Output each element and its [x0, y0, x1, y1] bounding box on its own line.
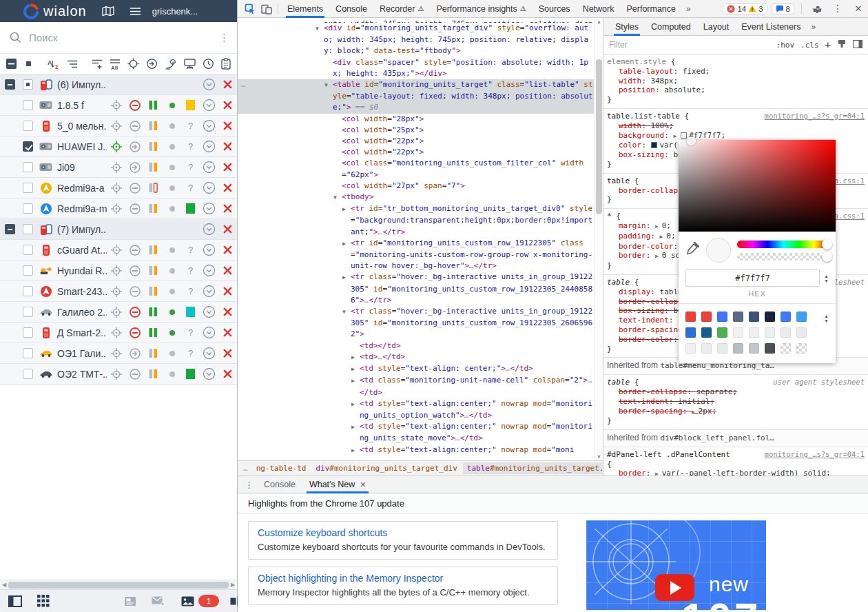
unit-checkbox[interactable]: [23, 348, 33, 358]
dom-tree-node[interactable]: <col width="28px">: [238, 114, 594, 125]
dom-tree-node[interactable]: <td></td>: [238, 340, 594, 351]
palette-color-swatch[interactable]: [733, 312, 743, 322]
palette-color-swatch[interactable]: [701, 327, 712, 338]
dom-tree-node[interactable]: <col class="monitoring_units_custom_filt…: [238, 158, 594, 180]
dom-tree-scrollbar[interactable]: ▲ ▼: [594, 18, 603, 460]
unit-row[interactable]: Д Smart-2...?: [0, 323, 237, 343]
scroll-right-arrow[interactable]: ▶: [229, 582, 236, 588]
expand-icon[interactable]: ▶: [351, 399, 360, 410]
wialon-logo[interactable]: wialon: [23, 3, 87, 19]
locate-icon[interactable]: [107, 99, 125, 112]
expand-icon[interactable]: ▶: [351, 422, 360, 433]
row-menu-button[interactable]: [200, 367, 218, 380]
expand-icon[interactable]: ▶: [351, 376, 360, 387]
rule-selector[interactable]: #dPanel-left .dPanelContent: [607, 450, 730, 459]
dom-tree-node[interactable]: ▶<td style="text-align:center;" nowrap m…: [238, 445, 594, 456]
sidebar-layout-icon[interactable]: [853, 39, 862, 51]
user-label[interactable]: grischenk...: [152, 6, 198, 17]
palette-color-swatch[interactable]: [685, 343, 696, 354]
more-sidebar-tabs-button[interactable]: »: [807, 22, 820, 32]
menu-burger-icon[interactable]: [130, 7, 141, 16]
device-toolbar-icon[interactable]: [258, 1, 275, 17]
dom-tree-node[interactable]: ▼<tbody>: [238, 192, 594, 203]
whats-new-card[interactable]: Customize keyboard shortcutsCustomize ke…: [248, 521, 558, 560]
palette-color-swatch[interactable]: [781, 343, 791, 354]
connection-state-icon[interactable]: [125, 182, 144, 194]
settings-gear-icon[interactable]: [809, 1, 825, 17]
group-row[interactable]: (7) Импул...: [0, 219, 237, 240]
dom-tree-node[interactable]: <col width="22px">: [238, 147, 594, 158]
panel-layout-icon[interactable]: [8, 595, 22, 607]
palette-color-swatch[interactable]: [765, 312, 775, 322]
more-tabs-button[interactable]: »: [682, 4, 695, 14]
drawer-menu-icon[interactable]: ⋮: [245, 483, 253, 487]
dom-tree-node[interactable]: ▶<tr id="monitoring_units_custom_row_191…: [238, 238, 594, 272]
stylesheet-source-link[interactable]: monitoring_…s?s_gr=04:1: [765, 450, 865, 460]
color-picker[interactable]: #f7f7f7 ▲▼ HEX ▲▼: [679, 140, 836, 363]
dom-tree-node[interactable]: ▶<tr id="tr_bottom_monitoring_units_targ…: [238, 203, 594, 238]
send-mail-icon[interactable]: [152, 595, 166, 606]
tab-styles[interactable]: Styles: [609, 18, 645, 36]
palette-color-swatch[interactable]: [765, 327, 775, 338]
expand-icon[interactable]: ▶: [351, 364, 360, 375]
remove-row-button[interactable]: [218, 204, 237, 213]
list-view-button[interactable]: [67, 57, 78, 71]
row-menu-button[interactable]: [200, 243, 218, 256]
locate-icon[interactable]: [107, 244, 125, 256]
unit-checkbox[interactable]: [23, 369, 33, 379]
add-units-button[interactable]: [92, 57, 103, 71]
row-menu-button[interactable]: [200, 161, 218, 174]
palette-color-swatch[interactable]: [733, 343, 743, 354]
group-select-checkbox[interactable]: [23, 79, 33, 90]
remove-row-button[interactable]: [218, 121, 237, 130]
palette-color-swatch[interactable]: [796, 343, 807, 354]
dom-tree-node[interactable]: <div class="spacer" style="position: abs…: [238, 57, 594, 79]
connection-state-icon[interactable]: [125, 99, 144, 112]
row-menu-button[interactable]: [200, 99, 218, 112]
dom-tree-node[interactable]: ▶<td>…</td>: [238, 351, 594, 363]
unit-row[interactable]: Галилео 2...: [0, 302, 237, 323]
palette-color-swatch[interactable]: [781, 312, 791, 322]
dom-tree-node[interactable]: ▶<td class="monitoring-unit-name-cell" c…: [238, 375, 594, 398]
deselect-all-button[interactable]: [6, 57, 17, 71]
tab-console[interactable]: Console: [329, 0, 373, 18]
css-property[interactable]: border-collapse: separate;: [607, 387, 865, 397]
card-title-link[interactable]: Object highlighting in the Memory Inspec…: [258, 573, 548, 584]
collapse-icon[interactable]: ▼: [333, 192, 342, 203]
unit-checkbox[interactable]: [23, 203, 33, 214]
sort-az-button[interactable]: Az: [48, 57, 60, 71]
connection-state-icon[interactable]: [125, 141, 144, 153]
locate-icon[interactable]: [107, 182, 125, 194]
unit-name[interactable]: cGuard At...: [55, 245, 107, 256]
scroll-left-arrow[interactable]: ◀: [1, 582, 8, 588]
horizontal-scrollbar[interactable]: ◀ ▶: [0, 580, 237, 589]
scrollbar-thumb[interactable]: [596, 59, 602, 214]
palette-color-swatch[interactable]: [701, 312, 712, 322]
close-devtools-icon[interactable]: ✕: [850, 1, 867, 17]
search-input[interactable]: Поиск: [29, 32, 211, 43]
unit-checkbox[interactable]: [23, 162, 33, 172]
tab-performance-insights[interactable]: Performance insights ⚠: [430, 0, 532, 18]
unit-row[interactable]: Redmi9a-a?: [0, 178, 237, 198]
remove-row-button[interactable]: [218, 369, 237, 378]
connection-state-icon[interactable]: [125, 306, 144, 318]
tab-recorder[interactable]: Recorder ⚠: [373, 0, 430, 18]
tab-event-listeners[interactable]: Event Listeners: [735, 18, 807, 36]
palette-color-swatch[interactable]: [749, 343, 759, 354]
unit-name[interactable]: ОЭ1 Гали...: [55, 348, 107, 359]
connection-state-icon[interactable]: [125, 203, 144, 215]
tab-sources[interactable]: Sources: [533, 0, 577, 18]
photos-icon[interactable]: [181, 596, 194, 606]
group-select-checkbox[interactable]: [23, 224, 33, 234]
row-menu-button[interactable]: [200, 285, 218, 298]
palette-color-swatch[interactable]: [749, 327, 759, 338]
remove-row-button[interactable]: [218, 245, 237, 254]
locate-icon[interactable]: [107, 120, 125, 132]
add-all-units-button[interactable]: All: [110, 57, 121, 71]
remove-row-button[interactable]: [218, 307, 237, 316]
remove-row-button[interactable]: [218, 287, 237, 296]
map-icon[interactable]: [102, 6, 114, 17]
group-checkbox[interactable]: [5, 224, 15, 234]
remove-row-button[interactable]: [218, 101, 237, 110]
monitor-button[interactable]: [184, 57, 196, 71]
